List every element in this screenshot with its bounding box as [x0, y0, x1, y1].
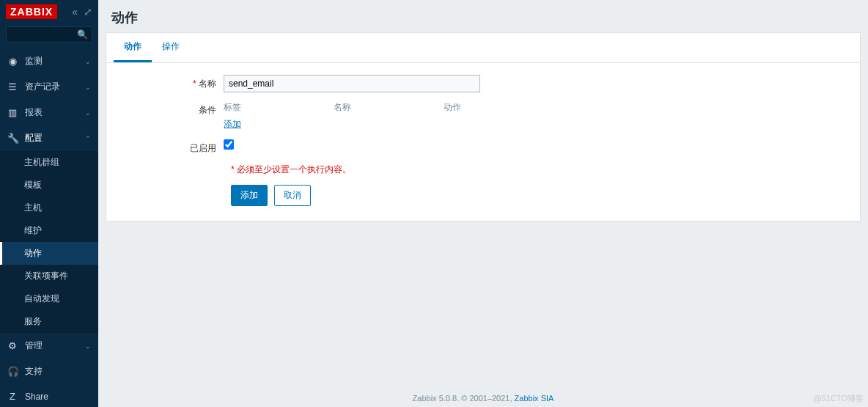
action-form: 名称 条件 标签 名称 动作 添加 已启用 * 必须至少设置一个执行内容。 — [106, 63, 860, 221]
chevron-up-icon: ⌃ — [85, 135, 91, 142]
cond-header-label: 标签 — [224, 101, 334, 114]
chevron-down-icon: ⌄ — [85, 342, 91, 350]
brand-logo: ZABBIX — [6, 4, 57, 19]
chevron-down-icon: ⌄ — [85, 84, 91, 91]
eye-icon: ◉ — [7, 56, 18, 67]
subnav-templates[interactable]: 模板 — [2, 174, 98, 197]
gear-icon: ⚙ — [7, 340, 18, 351]
nav-share[interactable]: ZShare — [0, 384, 98, 407]
subnav-discovery[interactable]: 自动发现 — [2, 287, 98, 310]
submit-button[interactable]: 添加 — [231, 185, 268, 206]
headset-icon: 🎧 — [7, 366, 18, 377]
subnav-actions[interactable]: 动作 — [0, 242, 98, 265]
add-condition-link[interactable]: 添加 — [224, 119, 241, 129]
nav-admin[interactable]: ⚙管理⌄ — [0, 333, 98, 359]
nav-config-submenu: 主机群组 模板 主机 维护 动作 关联项事件 自动发现 服务 — [0, 151, 98, 333]
cond-header-action: 动作 — [444, 101, 461, 114]
chevron-down-icon: ⌄ — [85, 58, 91, 65]
tabs: 动作 操作 — [106, 33, 860, 63]
name-input[interactable] — [224, 75, 480, 92]
expand-icon[interactable]: ⤢ — [84, 6, 92, 18]
footer-link[interactable]: Zabbix SIA — [515, 394, 554, 403]
subnav-hosts[interactable]: 主机 — [2, 197, 98, 219]
share-icon: Z — [7, 391, 18, 402]
condition-label: 条件 — [121, 101, 224, 117]
name-label: 名称 — [121, 75, 224, 90]
subnav-hostgroups[interactable]: 主机群组 — [2, 151, 98, 174]
sidebar-nav: ◉监测⌄ ☰资产记录⌄ ▥报表⌄ 🔧配置⌃ 主机群组 模板 主机 维护 动作 关… — [0, 48, 98, 407]
subnav-maintenance[interactable]: 维护 — [2, 219, 98, 242]
enabled-label: 已启用 — [121, 139, 224, 155]
subnav-services[interactable]: 服务 — [2, 310, 98, 333]
search-icon[interactable]: 🔍 — [77, 29, 88, 40]
main-content: 动作 动作 操作 名称 条件 标签 名称 动作 添加 — [98, 0, 868, 407]
chevron-down-icon: ⌄ — [85, 109, 91, 117]
page-title: 动作 — [98, 0, 868, 32]
cancel-button[interactable]: 取消 — [274, 185, 311, 206]
sidebar-header: ZABBIX « ⤢ — [0, 0, 98, 23]
list-icon: ☰ — [7, 81, 18, 92]
form-note: * 必须至少设置一个执行内容。 — [231, 164, 845, 176]
nav-reports[interactable]: ▥报表⌄ — [0, 100, 98, 125]
subnav-correlation[interactable]: 关联项事件 — [2, 265, 98, 287]
nav-config[interactable]: 🔧配置⌃ — [0, 125, 98, 151]
cond-header-name: 名称 — [334, 101, 444, 114]
footer: Zabbix 5.0.8. © 2001–2021, Zabbix SIA — [98, 382, 868, 407]
sidebar-search: 🔍 — [6, 26, 92, 43]
collapse-icon[interactable]: « — [72, 6, 78, 18]
tab-action[interactable]: 动作 — [114, 33, 152, 62]
sidebar: ZABBIX « ⤢ 🔍 ◉监测⌄ ☰资产记录⌄ ▥报表⌄ 🔧配置⌃ 主机群组 … — [0, 0, 98, 407]
nav-inventory[interactable]: ☰资产记录⌄ — [0, 74, 98, 100]
condition-headers: 标签 名称 动作 — [224, 101, 480, 114]
tab-operation[interactable]: 操作 — [152, 33, 190, 62]
nav-support[interactable]: 🎧支持 — [0, 359, 98, 384]
form-card: 动作 操作 名称 条件 标签 名称 动作 添加 已启用 — [106, 32, 861, 221]
chart-icon: ▥ — [7, 107, 18, 118]
watermark: @51CTO博客 — [814, 393, 864, 404]
wrench-icon: 🔧 — [7, 133, 18, 144]
enabled-checkbox[interactable] — [224, 139, 234, 150]
nav-monitoring[interactable]: ◉监测⌄ — [0, 48, 98, 74]
